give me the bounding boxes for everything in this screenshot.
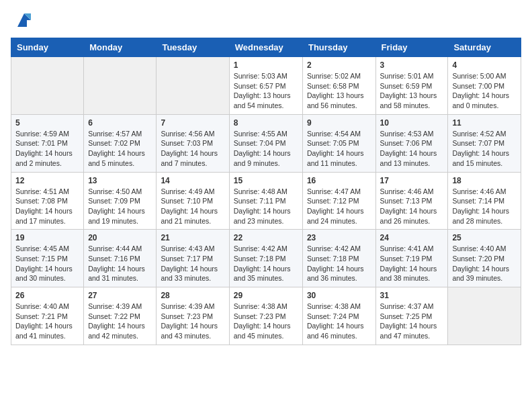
daylight-text: Daylight: 14 hours and 31 minutes. bbox=[88, 265, 145, 283]
cell-info: Sunrise: 4:44 AMSunset: 7:16 PMDaylight:… bbox=[88, 244, 152, 283]
sunrise-text: Sunrise: 4:44 AM bbox=[88, 244, 142, 253]
sunset-text: Sunset: 7:18 PM bbox=[234, 255, 286, 263]
calendar-cell: 20Sunrise: 4:44 AMSunset: 7:16 PMDayligh… bbox=[84, 230, 157, 287]
daylight-text: Daylight: 14 hours and 13 minutes. bbox=[380, 149, 437, 167]
sunrise-text: Sunrise: 5:03 AM bbox=[234, 72, 287, 80]
daylight-text: Daylight: 14 hours and 28 minutes. bbox=[452, 207, 509, 225]
day-number: 26 bbox=[15, 291, 79, 300]
calendar-cell: 25Sunrise: 4:40 AMSunset: 7:20 PMDayligh… bbox=[448, 230, 521, 287]
cell-info: Sunrise: 4:46 AMSunset: 7:14 PMDaylight:… bbox=[452, 187, 517, 226]
sunrise-text: Sunrise: 4:41 AM bbox=[380, 244, 434, 253]
daylight-text: Daylight: 14 hours and 30 minutes. bbox=[15, 265, 73, 283]
calendar-cell: 19Sunrise: 4:45 AMSunset: 7:15 PMDayligh… bbox=[11, 230, 84, 287]
sunrise-text: Sunrise: 4:45 AM bbox=[15, 244, 69, 253]
calendar-cell: 14Sunrise: 4:49 AMSunset: 7:10 PMDayligh… bbox=[157, 172, 229, 230]
calendar-cell: 2Sunrise: 5:02 AMSunset: 6:58 PMDaylight… bbox=[302, 57, 375, 115]
calendar-week-5: 26Sunrise: 4:40 AMSunset: 7:21 PMDayligh… bbox=[11, 287, 521, 345]
sunset-text: Sunset: 7:14 PM bbox=[452, 197, 504, 205]
calendar-week-1: 1Sunrise: 5:03 AMSunset: 6:57 PMDaylight… bbox=[11, 57, 521, 115]
daylight-text: Daylight: 13 hours and 58 minutes. bbox=[380, 91, 437, 109]
sunset-text: Sunset: 7:22 PM bbox=[88, 312, 140, 320]
calendar-cell: 18Sunrise: 4:46 AMSunset: 7:14 PMDayligh… bbox=[448, 172, 521, 230]
sunset-text: Sunset: 7:10 PM bbox=[161, 197, 213, 205]
cell-info: Sunrise: 4:53 AMSunset: 7:06 PMDaylight:… bbox=[380, 129, 444, 169]
day-number: 20 bbox=[88, 233, 152, 242]
col-header-saturday: Saturday bbox=[448, 38, 521, 57]
day-number: 21 bbox=[161, 233, 224, 242]
sunset-text: Sunset: 7:11 PM bbox=[234, 197, 286, 205]
daylight-text: Daylight: 14 hours and 7 minutes. bbox=[161, 149, 218, 167]
cell-info: Sunrise: 4:48 AMSunset: 7:11 PMDaylight:… bbox=[234, 187, 298, 226]
calendar-week-4: 19Sunrise: 4:45 AMSunset: 7:15 PMDayligh… bbox=[11, 230, 521, 287]
daylight-text: Daylight: 14 hours and 21 minutes. bbox=[161, 207, 218, 225]
cell-info: Sunrise: 4:40 AMSunset: 7:21 PMDaylight:… bbox=[15, 302, 79, 341]
sunrise-text: Sunrise: 4:39 AM bbox=[161, 302, 214, 310]
day-number: 10 bbox=[380, 118, 444, 128]
day-number: 4 bbox=[452, 60, 517, 70]
day-number: 8 bbox=[234, 118, 298, 128]
calendar-week-2: 5Sunrise: 4:59 AMSunset: 7:01 PMDaylight… bbox=[11, 114, 521, 172]
cell-info: Sunrise: 5:02 AMSunset: 6:58 PMDaylight:… bbox=[307, 71, 371, 111]
daylight-text: Daylight: 14 hours and 5 minutes. bbox=[88, 149, 145, 167]
logo-icon bbox=[15, 11, 34, 30]
calendar-cell: 21Sunrise: 4:43 AMSunset: 7:17 PMDayligh… bbox=[157, 230, 229, 287]
sunrise-text: Sunrise: 4:59 AM bbox=[15, 130, 69, 138]
day-number: 24 bbox=[380, 233, 444, 242]
sunrise-text: Sunrise: 4:42 AM bbox=[234, 244, 287, 253]
sunset-text: Sunset: 7:07 PM bbox=[452, 139, 504, 147]
sunset-text: Sunset: 7:25 PM bbox=[380, 312, 433, 320]
cell-info: Sunrise: 4:55 AMSunset: 7:04 PMDaylight:… bbox=[234, 129, 298, 169]
calendar-cell: 4Sunrise: 5:00 AMSunset: 7:00 PMDaylight… bbox=[448, 57, 521, 115]
cell-info: Sunrise: 4:37 AMSunset: 7:25 PMDaylight:… bbox=[380, 302, 444, 341]
day-number: 30 bbox=[307, 291, 371, 300]
sunset-text: Sunset: 7:01 PM bbox=[15, 139, 68, 147]
sunrise-text: Sunrise: 5:00 AM bbox=[452, 72, 506, 80]
sunset-text: Sunset: 7:13 PM bbox=[380, 197, 433, 205]
cell-info: Sunrise: 4:56 AMSunset: 7:03 PMDaylight:… bbox=[161, 129, 224, 169]
sunset-text: Sunset: 7:08 PM bbox=[15, 197, 68, 205]
sunset-text: Sunset: 7:17 PM bbox=[161, 255, 213, 263]
calendar-cell: 11Sunrise: 4:52 AMSunset: 7:07 PMDayligh… bbox=[448, 114, 521, 172]
sunset-text: Sunset: 7:15 PM bbox=[15, 255, 68, 263]
day-number: 25 bbox=[452, 233, 517, 242]
daylight-text: Daylight: 14 hours and 38 minutes. bbox=[380, 265, 437, 283]
sunset-text: Sunset: 7:24 PM bbox=[307, 312, 359, 320]
daylight-text: Daylight: 14 hours and 41 minutes. bbox=[15, 322, 73, 340]
calendar-week-3: 12Sunrise: 4:51 AMSunset: 7:08 PMDayligh… bbox=[11, 172, 521, 230]
daylight-text: Daylight: 14 hours and 15 minutes. bbox=[452, 149, 509, 167]
logo bbox=[11, 11, 34, 30]
sunrise-text: Sunrise: 4:50 AM bbox=[88, 187, 142, 195]
day-number: 5 bbox=[15, 118, 79, 128]
calendar-cell: 16Sunrise: 4:47 AMSunset: 7:12 PMDayligh… bbox=[302, 172, 375, 230]
sunrise-text: Sunrise: 4:40 AM bbox=[452, 244, 506, 253]
calendar-cell: 3Sunrise: 5:01 AMSunset: 6:59 PMDaylight… bbox=[375, 57, 448, 115]
sunrise-text: Sunrise: 4:38 AM bbox=[234, 302, 287, 310]
day-number: 12 bbox=[15, 176, 79, 185]
sunset-text: Sunset: 7:03 PM bbox=[161, 139, 213, 147]
page-header bbox=[11, 11, 521, 30]
daylight-text: Daylight: 14 hours and 23 minutes. bbox=[234, 207, 291, 225]
day-number: 9 bbox=[307, 118, 371, 128]
daylight-text: Daylight: 14 hours and 45 minutes. bbox=[234, 322, 291, 340]
cell-info: Sunrise: 5:01 AMSunset: 6:59 PMDaylight:… bbox=[380, 71, 444, 111]
calendar-cell: 31Sunrise: 4:37 AMSunset: 7:25 PMDayligh… bbox=[375, 287, 448, 345]
calendar-header-row: SundayMondayTuesdayWednesdayThursdayFrid… bbox=[11, 38, 521, 57]
col-header-monday: Monday bbox=[84, 38, 157, 57]
cell-info: Sunrise: 4:39 AMSunset: 7:22 PMDaylight:… bbox=[88, 302, 152, 341]
sunrise-text: Sunrise: 5:02 AM bbox=[307, 72, 361, 80]
calendar-cell: 12Sunrise: 4:51 AMSunset: 7:08 PMDayligh… bbox=[11, 172, 84, 230]
sunset-text: Sunset: 7:04 PM bbox=[234, 139, 286, 147]
sunrise-text: Sunrise: 4:55 AM bbox=[234, 130, 287, 138]
daylight-text: Daylight: 14 hours and 9 minutes. bbox=[234, 149, 291, 167]
day-number: 13 bbox=[88, 176, 152, 185]
daylight-text: Daylight: 14 hours and 33 minutes. bbox=[161, 265, 218, 283]
calendar-cell: 30Sunrise: 4:38 AMSunset: 7:24 PMDayligh… bbox=[302, 287, 375, 345]
cell-info: Sunrise: 4:46 AMSunset: 7:13 PMDaylight:… bbox=[380, 187, 444, 226]
sunset-text: Sunset: 7:23 PM bbox=[161, 312, 213, 320]
daylight-text: Daylight: 14 hours and 26 minutes. bbox=[380, 207, 437, 225]
calendar-cell: 24Sunrise: 4:41 AMSunset: 7:19 PMDayligh… bbox=[375, 230, 448, 287]
col-header-tuesday: Tuesday bbox=[157, 38, 229, 57]
cell-info: Sunrise: 4:59 AMSunset: 7:01 PMDaylight:… bbox=[15, 129, 79, 169]
calendar-cell: 26Sunrise: 4:40 AMSunset: 7:21 PMDayligh… bbox=[11, 287, 84, 345]
daylight-text: Daylight: 14 hours and 39 minutes. bbox=[452, 265, 509, 283]
